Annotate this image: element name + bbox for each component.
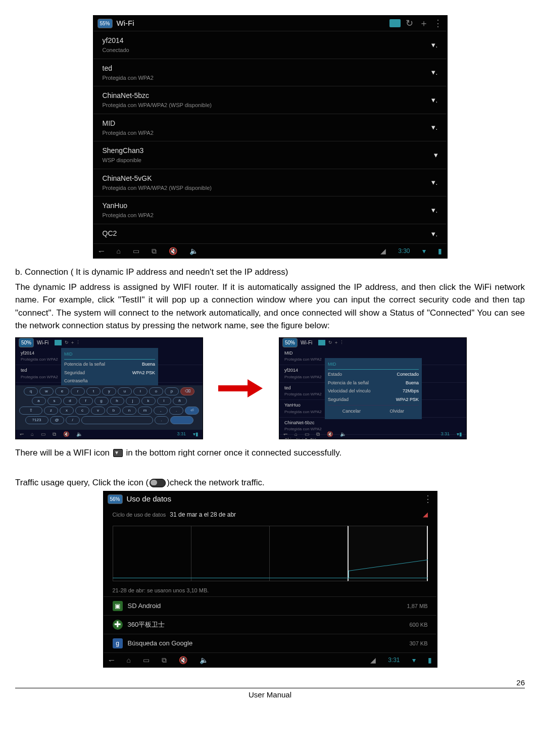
keyboard-key[interactable]: i [133,387,148,395]
wifi-toggle-indicator[interactable] [389,19,401,27]
screen-title: Wi-Fi [117,18,134,29]
security-label: Protegida con WPA/WPA2 (WSP disponible) [103,101,212,110]
keyboard-key[interactable]: , [154,407,168,415]
system-navbar: ↽ ⌂ ▭ ⧉ 🔇 🔈 ◢ 3:30 ▾ ▮ [93,243,447,258]
overflow-menu-icon[interactable]: ⋮ [423,492,433,506]
keyboard-key[interactable]: ⇧ [19,407,42,415]
keyboard-key[interactable]: k [141,397,156,405]
volume-down-icon[interactable]: 🔇 [169,246,177,257]
field-value: 72Mbps [403,388,419,395]
keyboard-key[interactable]: l [157,397,171,405]
keyboard-key[interactable]: ⌫ [180,387,194,395]
keyboard-key[interactable]: p [165,387,179,395]
add-network-icon[interactable]: ＋ [419,17,429,30]
screenshot-icon[interactable]: ⧉ [162,655,167,666]
battery-indicator: 56% [108,494,123,504]
keyboard-key[interactable]: y [102,387,116,395]
refresh-icon[interactable]: ↻ [405,17,415,30]
keyboard-key[interactable]: o [149,387,163,395]
app-usage-item[interactable]: ▣SD Android1,87 MB [104,596,437,615]
keyboard-key[interactable]: j [126,397,140,405]
screenshot-icon[interactable]: ⧉ [152,246,157,257]
app-amount-label: 307 KB [409,639,427,648]
app-amount-label: 1,87 MB [407,602,428,611]
keyboard-key[interactable]: ⏎ [185,407,199,415]
body-paragraph: The dynamic IP address is assigned by WI… [15,281,525,332]
keyboard-key[interactable]: w [39,387,54,395]
keyboard-key[interactable]: h [110,397,124,405]
wifi-network-item[interactable]: ShengChan3WSP disponible▾ [93,141,447,169]
security-label: WSP disponible [103,156,144,165]
wifi-signal-icon: ▾. [431,228,437,240]
arrow-icon [218,379,264,397]
wifi-signal-icon: ▾ [434,149,438,161]
screen-title: Wi-Fi [301,339,312,346]
overflow-menu-icon[interactable]: ⋮ [433,17,443,30]
home-icon[interactable]: ⌂ [117,246,121,257]
security-label: Protegida con WPA2 [103,211,154,220]
page-number: 26 [516,677,525,689]
keyboard-key[interactable]: m [138,407,152,415]
forget-button[interactable]: Olvidar [387,407,408,416]
wifi-network-item[interactable]: yf2014Conectado▾. [93,31,447,59]
clock: 3:31 [388,656,400,665]
clock: 3:31 [440,431,450,438]
wifi-network-item[interactable]: MIDProtegida con WPA2▾. [93,114,447,141]
keyboard-key[interactable]: z [44,407,58,415]
cycle-value-dropdown[interactable]: 31 de mar a el 28 de abr [170,510,236,519]
volume-down-icon[interactable]: 🔇 [179,655,187,666]
app-usage-item[interactable]: gBúsqueda con Google307 KB [104,634,437,652]
field-label: Contraseña [64,378,88,385]
wifi-icon-sentence: There will be a WIFI icon in the bottom … [15,446,525,460]
back-icon[interactable]: ↽ [109,655,115,666]
wifi-network-item[interactable]: ChinaNet-5vGKProtegida con WPA/WPA2 (WSP… [93,169,447,196]
keyboard-key[interactable]: q [24,387,38,395]
keyboard-key[interactable]: ñ [173,397,187,405]
wifi-network-item[interactable]: ChinaNet-5bzcProtegida con WPA/WPA2 (WSP… [93,86,447,114]
status-wifi-icon: ▾ [412,655,416,666]
onscreen-keyboard[interactable]: qwertyuiop⌫ asdfghjklñ ⇧zxcvbnm,.⏎ ?123@… [16,385,203,430]
status-wifi-icon: ▾ [422,246,426,257]
wifi-network-item[interactable]: QC2▾. [93,224,447,244]
recent-apps-icon[interactable]: ▭ [143,655,150,666]
keyboard-key[interactable]: x [60,407,74,415]
keyboard-key[interactable]: f [79,397,93,405]
battery-indicator: 55% [97,19,113,28]
keyboard-key[interactable]: c [75,407,89,415]
cycle-label: Ciclo de uso de datos [113,511,166,519]
keyboard-key[interactable]: t [86,387,101,395]
keyboard-key[interactable]: g [94,397,109,405]
section-heading-b: b. Connection ( It is dynamic IP address… [15,266,525,279]
keyboard-key[interactable]: b [107,407,121,415]
connect-dialog-screenshot: 50% Wi-Fi ↻ ＋ ⋮ yf2014Protegida con WPA2… [15,337,203,439]
volume-up-icon[interactable]: 🔈 [200,655,208,666]
wifi-network-item[interactable]: YanHuoProtegida con WPA2▾. [93,196,447,224]
keyboard-key[interactable]: . [169,407,183,415]
wifi-network-item[interactable]: tedProtegida con WPA2▾. [93,59,447,86]
keyboard-key[interactable]: s [47,397,62,405]
field-value: WPA2 PSK [396,396,419,404]
volume-up-icon[interactable]: 🔈 [189,246,198,257]
keyboard-key[interactable]: r [71,387,85,395]
wifi-settings-screenshot: 55% Wi-Fi ↻ ＋ ⋮ yf2014Conectado▾.tedProt… [93,15,448,259]
recent-apps-icon[interactable]: ▭ [133,246,139,257]
usage-chart[interactable] [113,526,428,581]
field-label: Potencia de la señal [328,380,369,387]
back-icon[interactable]: ↽ [99,246,105,257]
keyboard-key[interactable]: e [55,387,69,395]
ssid-label: MID [103,118,154,129]
field-label: Potencia de la señal [64,361,105,368]
cancel-button[interactable]: Cancelar [339,407,364,416]
keyboard-key[interactable]: v [91,407,105,415]
keyboard-key[interactable]: n [122,407,136,415]
wifi-signal-icon: ▾. [431,94,437,106]
app-usage-item[interactable]: ✚360平板卫士600 KB [104,615,437,634]
page-footer: 26 User Manual [15,688,525,701]
keyboard-key[interactable]: u [118,387,132,395]
home-icon[interactable]: ⌂ [127,655,131,666]
keyboard-key[interactable]: a [32,397,46,405]
field-label: Seguridad [328,396,349,404]
keyboard-key[interactable]: d [63,397,77,405]
status-battery-icon: ▮ [428,655,432,666]
connected-status-screenshot: 50% Wi-Fi ↻ ＋ ⋮ MIDProtegida con WPA2yf2… [279,337,467,439]
